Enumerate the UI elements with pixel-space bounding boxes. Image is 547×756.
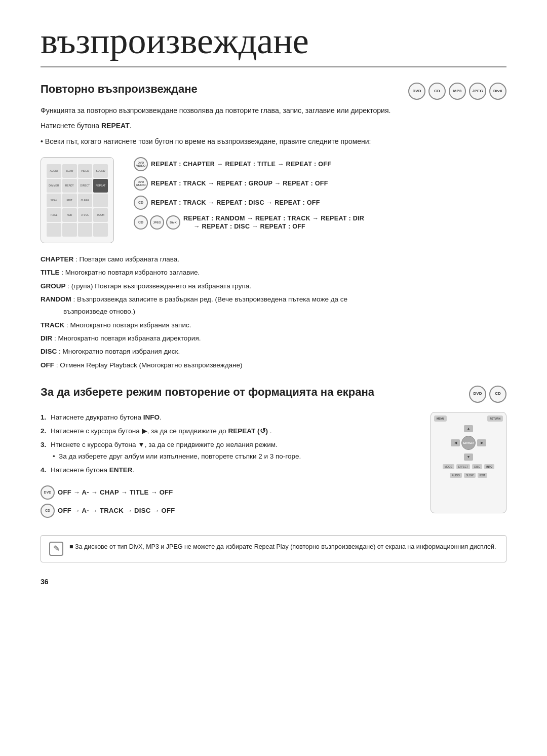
section2-disc-icons: DVD CD (469, 386, 506, 403)
exit-btn: EXIT (478, 473, 487, 478)
sec2-cd-icon: CD (489, 386, 506, 403)
off-seq-dvd: DVD OFF → A- → CHAP → TITLE → OFF (41, 485, 420, 500)
section2-title: За да изберете режим повторение от форма… (41, 386, 374, 399)
sec2-dvd-icon: DVD (469, 386, 486, 403)
seq-row-2: DVDAUDIO REPEAT : TRACK → REPEAT : GROUP… (134, 176, 506, 191)
bullet-text: • Всеки път, когато натиснете този бутон… (41, 136, 506, 147)
mode-btn: MODE (443, 464, 454, 469)
seq-divx-icon: DivX (166, 215, 180, 230)
remote-btn (78, 223, 93, 237)
down-btn: ▼ (464, 453, 473, 461)
remote-btn (93, 194, 108, 207)
repeat-sequences: DVDVIDEO REPEAT : CHAPTER → REPEAT : TIT… (134, 157, 506, 235)
divx-icon: DivX (489, 83, 506, 100)
remote-diagram: AUDIO SLOW VIDEO SOUND DIMMER READT DIRE… (41, 157, 122, 243)
page-number: 36 (41, 578, 506, 586)
seq-dvd-video-icon: DVDVIDEO (134, 157, 148, 171)
remote-btn: VIDEO (78, 164, 93, 178)
jpeg-icon: JPEG (469, 83, 486, 100)
remote-btn: A-VOL (78, 208, 93, 222)
def-group: GROUP : (група) Повтаря възпроизвежданет… (41, 280, 506, 292)
remote-btn: DIRECT (78, 179, 93, 193)
return-btn: RETURN (487, 415, 503, 422)
mp3-icon: MP3 (449, 83, 466, 100)
audio-btn: AUDIO (450, 473, 462, 478)
remote-btn: SOUND (93, 164, 108, 178)
def-title: TITLE : Многократно повтаря избраното за… (41, 267, 506, 279)
remote-thumb: AUDIO SLOW VIDEO SOUND DIMMER READT DIRE… (41, 157, 114, 243)
seq-dvd-audio-icon: DVDAUDIO (134, 176, 148, 191)
seq-text-2: REPEAT : TRACK → REPEAT : GROUP → REPEAT… (151, 180, 328, 187)
remote-btn: READT (62, 179, 77, 193)
menu-btn: MENU (434, 415, 447, 422)
section1-disc-icons: DVD CD MP3 JPEG DivX (408, 83, 506, 100)
step-4: 4. Натиснете бутона ENTER. (41, 465, 420, 476)
remote2-circle-area: ▲ ▼ ◀ ▶ ENTER (451, 425, 486, 461)
info-btn: INFO (484, 464, 494, 469)
enter-center-btn: ENTER (461, 436, 476, 450)
remote2-bottom-row: MODE EFFECT DISC INFO (443, 464, 494, 469)
off-seq-dvd-text: OFF → A- → CHAP → TITLE → OFF (58, 488, 173, 496)
section2-header: За да изберете режим повторение от форма… (41, 386, 506, 406)
remote2-extra-row: AUDIO SLOW EXIT (450, 473, 487, 478)
off-seq-cd: CD OFF → A- → TRACK → DISC → OFF (41, 504, 420, 518)
def-random: RANDOM : Възпроизвежда записите в разбър… (41, 293, 506, 318)
section2-content: 1. Натиснете двукратно бутона INFO. 2. Н… (41, 412, 506, 523)
seq-row-1: DVDVIDEO REPEAT : CHAPTER → REPEAT : TIT… (134, 157, 506, 171)
left-btn: ◀ (451, 439, 460, 446)
def-disc: DISC : Многократно повтаря избрания диск… (41, 346, 506, 358)
instruction-text: Натиснете бутона REPEAT. (41, 120, 506, 131)
remote-btn: CLEAR (78, 194, 93, 207)
effect-btn: EFFECT (456, 464, 470, 469)
remote-btn: AUDIO (47, 164, 61, 178)
remote-btn (62, 223, 77, 237)
remote-btn: ZOOM (93, 208, 108, 222)
seq-text-4b: → REPEAT : DISC → REPEAT : OFF (183, 223, 364, 230)
remote-btn: SCAN (47, 194, 61, 207)
remote-btn (93, 223, 108, 237)
seq-text-4a: REPEAT : RANDOM → REPEAT : TRACK → REPEA… (183, 215, 364, 222)
disc-btn: DISC (472, 464, 482, 469)
section1-title: Повторно възпроизвеждане (41, 83, 198, 96)
slow-btn: SLOW (464, 473, 476, 478)
remote-btn: P.SEL (47, 208, 61, 222)
remote2-top-row: MENU RETURN (434, 415, 503, 422)
seq-text-3: REPEAT : TRACK → REPEAT : DISC → REPEAT … (151, 199, 320, 206)
right-btn: ▶ (477, 439, 486, 446)
seq-row-3: CD REPEAT : TRACK → REPEAT : DISC → REPE… (134, 196, 506, 210)
steps-list: 1. Натиснете двукратно бутона INFO. 2. Н… (41, 412, 420, 476)
step-3-sub: За да изберете друг албум или изпълнение… (51, 451, 420, 463)
off-seq-dvd-icon: DVD (41, 485, 55, 500)
multi-disc-icons: CD JPEG DivX (134, 215, 180, 230)
note-block: ✎ ■ За дискове от тип DivX, MP3 и JPEG н… (41, 535, 506, 562)
remote-btn: DIMMER (47, 179, 61, 193)
off-sequence-block: DVD OFF → A- → CHAP → TITLE → OFF CD OFF… (41, 485, 420, 518)
remote-btn: ADD (62, 208, 77, 222)
up-btn: ▲ (464, 425, 473, 432)
dvd-icon: DVD (408, 83, 425, 100)
step-2: 2. Натиснете с курсора бутона ▶, за да с… (41, 426, 420, 437)
remote2-dpad: ▲ ▼ ◀ ▶ ENTER (451, 425, 486, 461)
seq-row-4: CD JPEG DivX REPEAT : RANDOM → REPEAT : … (134, 215, 506, 230)
def-dir: DIR : Многократно повтаря избраната дире… (41, 332, 506, 345)
note-icon: ✎ (49, 542, 63, 556)
remote-btn: SLOW (62, 164, 77, 178)
seq-cd-icon: CD (134, 196, 148, 210)
remote-diagram-2: MENU RETURN ▲ ▼ ◀ ▶ ENTER MODE EFFECT DI… (431, 412, 506, 513)
page-title: възпроизвеждане (41, 20, 506, 67)
off-seq-cd-icon: CD (41, 504, 55, 518)
off-seq-cd-text: OFF → A- → TRACK → DISC → OFF (58, 507, 175, 514)
seq-jpeg-icon: JPEG (150, 215, 164, 230)
def-chapter: CHAPTER : Повтаря само избраната глава. (41, 253, 506, 266)
remote-btn: EDIT (62, 194, 77, 207)
note-text: ■ За дискове от тип DivX, MP3 и JPEG не … (69, 542, 496, 552)
step-1: 1. Натиснете двукратно бутона INFO. (41, 412, 420, 424)
remote-btn (47, 223, 61, 237)
def-off: OFF : Отменя Replay Playback (Многократн… (41, 359, 506, 371)
section2-text: 1. Натиснете двукратно бутона INFO. 2. Н… (41, 412, 420, 523)
intro-text: Функцията за повторно възпроизвеждане по… (41, 105, 506, 116)
def-track: TRACK : Многократно повтаря избрания зап… (41, 319, 506, 331)
seq-text-1: REPEAT : CHAPTER → REPEAT : TITLE → REPE… (151, 161, 331, 168)
repeat-btn-highlight: REPEAT (93, 179, 108, 193)
seq-cd-icon2: CD (134, 215, 148, 230)
